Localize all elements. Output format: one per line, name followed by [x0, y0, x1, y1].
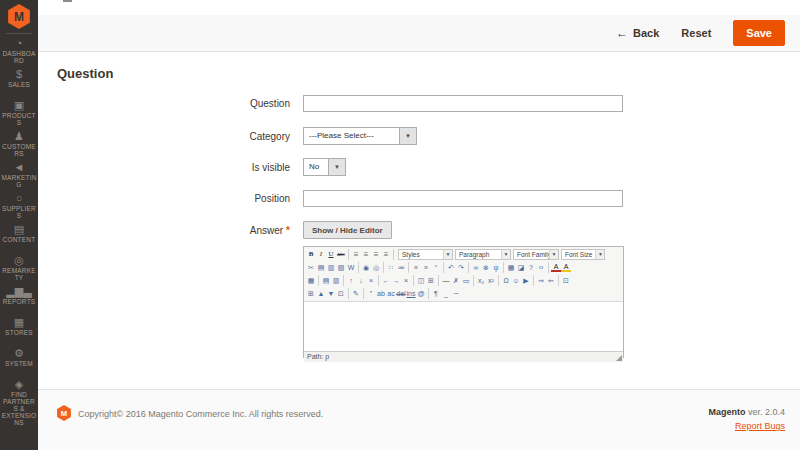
sidebar-item[interactable]: ▦ STORES [0, 315, 38, 346]
align-center-icon[interactable]: ≡ [361, 249, 371, 260]
delete-row-icon[interactable]: × [366, 275, 376, 286]
paste-icon[interactable]: ▥ [326, 262, 336, 273]
paste-text-icon[interactable]: ▧ [336, 262, 346, 273]
html-icon[interactable]: ‹› [536, 262, 546, 273]
editor-resize-handle-icon[interactable] [616, 355, 622, 361]
copy-icon[interactable]: ▤ [316, 262, 326, 273]
save-button[interactable]: Save [733, 20, 785, 46]
indent-icon[interactable]: » [421, 262, 431, 273]
sidebar-item[interactable]: ◔ DASHBOARD [0, 36, 38, 67]
find-icon[interactable]: ◉ [361, 262, 371, 273]
rtl-icon[interactable]: ⇐ [546, 275, 556, 286]
toolbar-row-3: ▦▤▥↑↓×←→×◫⊞—✗▭x₂x²Ω☺▶⇒⇐⊡ [306, 274, 621, 287]
delete-col-icon[interactable]: × [401, 275, 411, 286]
col-before-icon[interactable]: ← [381, 275, 391, 286]
attributes-icon[interactable]: @ [416, 288, 426, 299]
image-icon[interactable]: ▦ [506, 262, 516, 273]
visual-chars-icon[interactable]: ¶ [431, 288, 441, 299]
row-after-icon[interactable]: ↓ [356, 275, 366, 286]
emotions-icon[interactable]: ☺ [511, 275, 521, 286]
anchor-icon[interactable]: ψ [491, 262, 501, 273]
help-icon[interactable]: ? [526, 262, 536, 273]
insertion-icon[interactable]: ins [406, 288, 416, 299]
guides-icon[interactable]: ▭ [461, 275, 471, 286]
sidebar-item[interactable]: ○ SUPPLIERS [0, 191, 38, 222]
underline-icon[interactable]: U [326, 249, 336, 260]
dropdown-arrow-icon[interactable]: ▼ [399, 128, 416, 144]
cell-props-icon[interactable]: ▥ [331, 275, 341, 286]
link-icon[interactable]: ∞ [471, 262, 481, 273]
cleanup-icon[interactable]: ◪ [516, 262, 526, 273]
abbreviation-icon[interactable]: ab [376, 288, 386, 299]
align-right-icon[interactable]: ≡ [371, 249, 381, 260]
italic-icon[interactable]: I [316, 249, 326, 260]
numbered-list-icon[interactable]: ≔ [396, 262, 406, 273]
sidebar-item[interactable]: ▂▆▃ REPORTS [0, 284, 38, 315]
editor-format-select[interactable]: Styles ▼ [398, 249, 453, 260]
merge-cells-icon[interactable]: ⊞ [426, 275, 436, 286]
report-bugs-link[interactable]: Report Bugs [735, 421, 785, 431]
editor-format-select[interactable]: Paragraph ▼ [455, 249, 511, 260]
sidebar-item[interactable]: ♟ CUSTOMERS [0, 129, 38, 160]
is-visible-select[interactable]: No ▼ [303, 158, 346, 176]
bold-icon[interactable]: B [306, 249, 316, 260]
page-break-icon[interactable]: ┄ [451, 288, 461, 299]
position-input[interactable] [303, 190, 623, 207]
back-button[interactable]: ← Back [616, 26, 659, 40]
unlink-icon[interactable]: ⊗ [481, 262, 491, 273]
sidebar-item[interactable]: ◎ REMARKETY [0, 253, 38, 284]
sidebar-item[interactable]: $ SALES [0, 67, 38, 98]
dropdown-arrow-icon[interactable]: ▼ [328, 159, 345, 175]
deletion-icon[interactable]: del [396, 288, 406, 299]
sidebar-item[interactable]: ▣ PRODUCTS [0, 98, 38, 129]
cite-icon[interactable]: ” [366, 288, 376, 299]
reset-button[interactable]: Reset [681, 27, 711, 39]
charmap-icon[interactable]: Ω [501, 275, 511, 286]
remove-format-icon[interactable]: ✗ [451, 275, 461, 286]
bullet-list-icon[interactable]: ∷ [386, 262, 396, 273]
acronym-icon[interactable]: ac [386, 288, 396, 299]
row-before-icon[interactable]: ↑ [346, 275, 356, 286]
background-color-icon[interactable]: A [561, 263, 571, 272]
strikethrough-icon[interactable]: ABC [336, 249, 346, 260]
hr-icon[interactable]: — [441, 275, 451, 286]
align-justify-icon[interactable]: ≡ [381, 249, 391, 260]
sidebar-item[interactable]: ◄ MARKETING [0, 160, 38, 191]
fullscreen-icon[interactable]: ⊡ [561, 275, 571, 286]
category-select[interactable]: ---Please Select--- ▼ [303, 127, 417, 145]
move-backward-icon[interactable]: ▼ [326, 288, 336, 299]
layer-insert-icon[interactable]: ⊞ [306, 288, 316, 299]
sidebar-nav: ◔ DASHBOARD $ SALES ▣ PRODUCTS ♟ CUSTOME… [0, 36, 38, 423]
split-cells-icon[interactable]: ◫ [416, 275, 426, 286]
editor-content-area[interactable] [304, 302, 623, 351]
nonbreaking-icon[interactable]: _ [441, 288, 451, 299]
cut-icon[interactable]: ✂ [306, 262, 316, 273]
undo-icon[interactable]: ↶ [446, 262, 456, 273]
sidebar-item[interactable]: ▤ CONTENT [0, 222, 38, 253]
find-replace-icon[interactable]: ◎ [371, 262, 381, 273]
blockquote-icon[interactable]: “ [431, 262, 441, 273]
editor-format-select[interactable]: Font Size ▼ [561, 249, 605, 260]
align-left-icon[interactable]: ≡ [351, 249, 361, 260]
subscript-icon[interactable]: x₂ [476, 275, 486, 286]
magento-logo-icon[interactable]: M [8, 4, 30, 29]
sidebar-item[interactable]: ◈ FIND PARTNERS & EXTENSIONS [0, 377, 38, 423]
ltr-icon[interactable]: ⇒ [536, 275, 546, 286]
show-hide-editor-button[interactable]: Show / Hide Editor [303, 221, 392, 239]
outdent-icon[interactable]: « [411, 262, 421, 273]
media-icon[interactable]: ▶ [521, 275, 531, 286]
move-forward-icon[interactable]: ▲ [316, 288, 326, 299]
question-input[interactable] [303, 95, 623, 112]
paste-word-icon[interactable]: W [346, 262, 356, 273]
table-icon[interactable]: ▦ [306, 275, 316, 286]
toggle-absolute-icon[interactable]: ⊡ [336, 288, 346, 299]
row-props-icon[interactable]: ▤ [321, 275, 331, 286]
editor-format-select[interactable]: Font Family ▼ [513, 249, 559, 260]
sidebar-item[interactable]: ⚙ SYSTEM [0, 346, 38, 377]
text-color-icon[interactable]: A [551, 263, 561, 272]
redo-icon[interactable]: ↷ [456, 262, 466, 273]
superscript-icon[interactable]: x² [486, 275, 496, 286]
style-props-icon[interactable]: ✎ [351, 288, 361, 299]
col-after-icon[interactable]: → [391, 275, 401, 286]
toolbar-separator [363, 288, 364, 299]
